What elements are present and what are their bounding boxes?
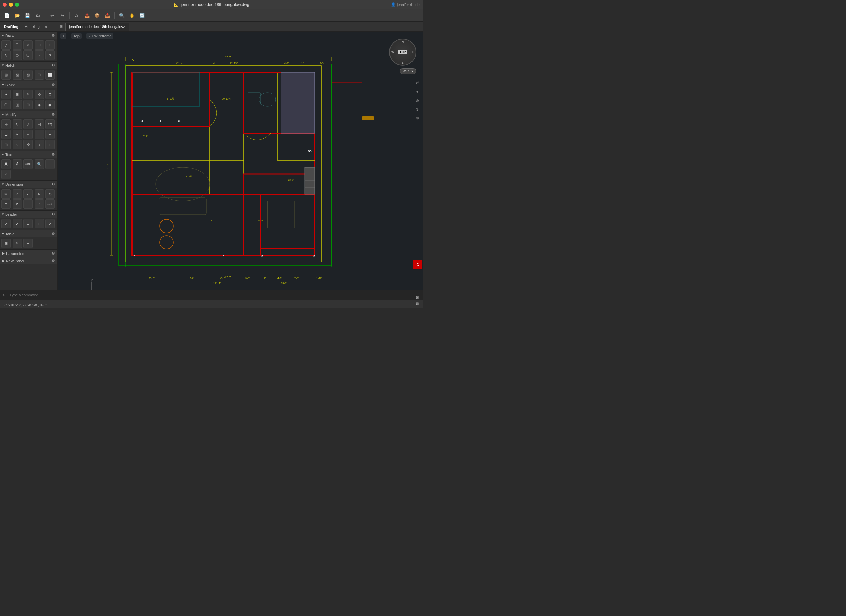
tool-copy[interactable]: ⿻: [46, 119, 55, 129]
tool-xline[interactable]: ✕: [46, 50, 55, 60]
view-add-button[interactable]: +: [60, 33, 66, 38]
tool-block-a[interactable]: ⬡: [1, 100, 11, 109]
snap-toggle[interactable]: ⊡: [414, 300, 420, 306]
tool-text-style[interactable]: T: [46, 159, 55, 169]
ortho-toggle[interactable]: ⊥: [414, 306, 420, 308]
tool-break[interactable]: ⌇: [35, 140, 44, 149]
tool-dim-diameter[interactable]: ⊘: [46, 189, 55, 198]
undo-button[interactable]: ↩: [48, 11, 57, 20]
tool-polygon[interactable]: ⬡: [24, 50, 33, 60]
viewport[interactable]: + | Top | 2D Wireframe: [57, 32, 423, 290]
rt-orbit-button[interactable]: ↺: [414, 79, 421, 87]
tool-block-c[interactable]: ⊞: [24, 100, 33, 109]
close-button[interactable]: [3, 3, 7, 7]
open-button[interactable]: 📂: [13, 11, 22, 20]
tool-arc[interactable]: ◜: [46, 40, 55, 50]
parametric-section[interactable]: ▶ Parametric ⚙: [0, 250, 57, 257]
tool-table-style[interactable]: ≡: [24, 239, 33, 248]
cad-drawing[interactable]: 34'-6" 25'-11" 34'-6" 9'-10½" 10'-11½" 1…: [57, 32, 423, 290]
tool-gradient[interactable]: ▨: [24, 70, 33, 79]
tool-rectangle[interactable]: □: [35, 40, 44, 50]
collapse-sidebar-button[interactable]: «: [43, 23, 49, 31]
tool-leader-add[interactable]: ↙: [13, 219, 22, 228]
rt-target-button[interactable]: ⊕: [414, 97, 421, 104]
tool-dim-space[interactable]: ↕: [35, 199, 44, 209]
tool-table-edit[interactable]: ✎: [13, 239, 22, 248]
tool-dim-linear[interactable]: ⊨: [1, 189, 11, 198]
tool-text-format[interactable]: ABC: [24, 159, 33, 169]
redo-button[interactable]: ↪: [58, 11, 67, 20]
tool-dim-angular[interactable]: ∠: [24, 189, 33, 198]
notification-badge[interactable]: C: [413, 260, 422, 269]
table-settings-icon[interactable]: ⚙: [52, 231, 55, 236]
tool-ellipse[interactable]: ⬭: [13, 50, 22, 60]
rt-compass2-button[interactable]: ⊕: [414, 115, 421, 122]
export-button[interactable]: 📦: [93, 11, 101, 20]
import-button[interactable]: 📥: [103, 11, 112, 20]
tool-point[interactable]: ·: [35, 50, 44, 60]
tool-array[interactable]: ⊞: [1, 140, 11, 149]
tool-single-text[interactable]: A: [13, 159, 22, 169]
tool-wipeout[interactable]: ⬜: [46, 70, 55, 79]
text-header[interactable]: ▾ Text ⚙: [0, 151, 57, 158]
save-button[interactable]: 💾: [23, 11, 32, 20]
leader-settings-icon[interactable]: ⚙: [52, 212, 55, 216]
draw-header[interactable]: ▾ Draw ⚙: [0, 32, 57, 39]
tool-dim-break[interactable]: ⊣: [24, 199, 33, 209]
add-tab-button[interactable]: ⊞: [57, 23, 65, 31]
tool-move[interactable]: ✛: [1, 119, 11, 129]
publish-button[interactable]: 📤: [82, 11, 91, 20]
drawing-tab[interactable]: jennifer rhode dec 18th bungalow*: [65, 23, 129, 31]
tool-dim-update[interactable]: ↺: [13, 199, 22, 209]
compass-top-button[interactable]: TOP: [398, 50, 407, 54]
plot-button[interactable]: 🖨: [72, 11, 81, 20]
tool-dim-jog[interactable]: ⟿: [46, 199, 55, 209]
drafting-tab[interactable]: Drafting: [1, 23, 21, 31]
tool-polyline[interactable]: ⌒: [13, 40, 22, 50]
tool-dim-radius[interactable]: R: [35, 189, 44, 198]
tool-mirror[interactable]: ⊣: [35, 119, 44, 129]
table-header[interactable]: ▾ Table ⚙: [0, 230, 57, 237]
tool-chamfer[interactable]: ⌐: [46, 129, 55, 139]
tool-extend[interactable]: ↔: [24, 129, 33, 139]
tool-block-edit[interactable]: ✎: [24, 90, 33, 99]
tool-boundary[interactable]: ⊡: [35, 70, 44, 79]
grid-toggle[interactable]: ⊞: [414, 294, 420, 300]
minimize-button[interactable]: [9, 3, 13, 7]
modify-header[interactable]: ▾ Modify ⚙: [0, 111, 57, 118]
save-as-button[interactable]: 🗂: [33, 11, 42, 20]
tool-circle[interactable]: ○: [24, 40, 33, 50]
rt-dollar-button[interactable]: $: [414, 106, 421, 113]
new-panel-settings-icon[interactable]: ⚙: [52, 259, 55, 263]
command-input[interactable]: [10, 293, 420, 297]
tool-leader-remove[interactable]: ✕: [46, 219, 55, 228]
tool-block-insert[interactable]: ⊞: [13, 90, 22, 99]
draw-settings-icon[interactable]: ⚙: [52, 33, 55, 38]
tool-block-b[interactable]: ◫: [13, 100, 22, 109]
leader-header[interactable]: ▾ Leader ⚙: [0, 210, 57, 218]
view-top-button[interactable]: Top: [71, 33, 82, 38]
tool-dim-style[interactable]: ≡: [1, 199, 11, 209]
tool-hatch2[interactable]: ▧: [13, 70, 22, 79]
modify-settings-icon[interactable]: ⚙: [52, 112, 55, 117]
block-header[interactable]: ▾ Block ⚙: [0, 81, 57, 88]
tool-leader-align[interactable]: ≡: [24, 219, 33, 228]
zoom-button[interactable]: 🔍: [118, 11, 126, 20]
tool-block-e[interactable]: ◉: [46, 100, 55, 109]
tool-mtext[interactable]: A: [1, 159, 11, 169]
view-wireframe-button[interactable]: 2D Wireframe: [86, 33, 113, 38]
tool-trim[interactable]: ✂: [13, 129, 22, 139]
rt-down-button[interactable]: ▼: [414, 88, 421, 96]
tool-line[interactable]: ╱: [1, 40, 11, 50]
tool-join[interactable]: ⊔: [46, 140, 55, 149]
tool-text-find[interactable]: 🔍: [35, 159, 44, 169]
tool-scale[interactable]: ⤢: [24, 119, 33, 129]
tool-explode2[interactable]: ✣: [24, 140, 33, 149]
new-panel-section[interactable]: ▶ New Panel ⚙: [0, 257, 57, 264]
hatch-settings-icon[interactable]: ⚙: [52, 63, 55, 68]
parametric-settings-icon[interactable]: ⚙: [52, 251, 55, 256]
tool-block-d[interactable]: ◈: [35, 100, 44, 109]
pan-button[interactable]: ✋: [128, 11, 137, 20]
orbit-button[interactable]: 🔄: [138, 11, 147, 20]
tool-dim-aligned[interactable]: ↗: [13, 189, 22, 198]
